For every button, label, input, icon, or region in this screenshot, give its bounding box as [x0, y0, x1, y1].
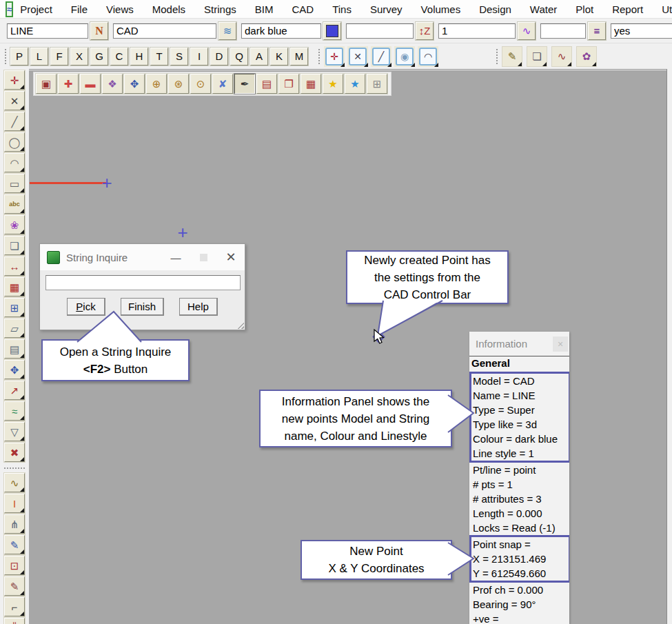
menu-volumes[interactable]: Volumes: [421, 3, 461, 15]
menu-water[interactable]: Water: [530, 3, 557, 15]
cad-wave-icon[interactable]: ∿: [551, 46, 572, 67]
finish-button[interactable]: Finish: [121, 298, 164, 316]
snap-toggle-s[interactable]: S: [170, 48, 188, 66]
snap-toggle-k[interactable]: K: [270, 48, 288, 66]
snap-toggle-q[interactable]: Q: [230, 48, 248, 66]
image-icon[interactable]: ▤: [4, 339, 25, 359]
close-icon[interactable]: ✕: [217, 247, 245, 268]
cancel-redraw-icon[interactable]: ✘: [212, 74, 233, 94]
menu-views[interactable]: Views: [106, 3, 134, 15]
copy-view-icon[interactable]: ❐: [278, 74, 299, 94]
redraw-brush-icon[interactable]: ✒: [234, 74, 255, 94]
model-layers-icon[interactable]: ≋: [218, 22, 236, 40]
menu-strings[interactable]: Strings: [204, 3, 236, 15]
name-picker-icon[interactable]: N: [90, 22, 108, 40]
cad-swirl-icon[interactable]: ✿: [576, 46, 597, 67]
zoom-previous-icon[interactable]: ⊙: [190, 74, 211, 94]
snap-toggle-d[interactable]: D: [210, 48, 228, 66]
pick-button[interactable]: Pick: [67, 298, 105, 316]
create-symbol-icon[interactable]: ❀: [4, 215, 25, 234]
menu-models[interactable]: Models: [152, 3, 185, 15]
shield-icon[interactable]: ▽: [4, 422, 25, 441]
zoom-in-icon[interactable]: ⊕: [146, 74, 167, 94]
linestyle-input[interactable]: [438, 23, 516, 39]
copy-point-icon[interactable]: ❏: [4, 236, 25, 255]
menu-utilities[interactable]: Utilities: [662, 3, 672, 15]
pan-icon[interactable]: ✥: [124, 74, 145, 94]
snap-toggle-x[interactable]: X: [70, 48, 88, 66]
menu-file[interactable]: File: [71, 3, 88, 15]
cad-pencil-icon[interactable]: ✎: [502, 46, 522, 67]
edit-note-icon[interactable]: ✎: [4, 535, 25, 554]
translate-icon[interactable]: ⊡: [4, 556, 25, 575]
create-point-icon[interactable]: ✛: [4, 70, 25, 90]
create-text-icon[interactable]: abc: [4, 194, 25, 214]
snap-intersection-icon[interactable]: ✕: [347, 46, 368, 67]
menu-bim[interactable]: BIM: [255, 3, 274, 15]
line-width-icon[interactable]: ≡: [588, 22, 606, 40]
grid-icon[interactable]: ▦: [4, 277, 25, 296]
snap-line-icon[interactable]: ╱: [371, 46, 391, 67]
menu-tins[interactable]: Tins: [332, 3, 352, 15]
edit-string-icon[interactable]: ✎: [4, 576, 25, 596]
create-rectangle-icon[interactable]: ▭: [4, 174, 25, 193]
view-menu-icon[interactable]: ▣: [36, 74, 57, 94]
add-view-icon[interactable]: ✚: [58, 74, 79, 94]
line-width-input[interactable]: [540, 23, 586, 39]
resize-grip[interactable]: [236, 321, 244, 329]
delete-point-icon[interactable]: ✖: [4, 443, 25, 462]
toolbar-grip[interactable]: [495, 49, 498, 64]
grid-table-icon[interactable]: ▦: [301, 74, 321, 94]
snap-toggle-l[interactable]: L: [30, 48, 48, 66]
help-button[interactable]: Help: [179, 298, 218, 316]
height-input[interactable]: [346, 23, 414, 39]
box-add-icon[interactable]: ⊞: [4, 298, 25, 317]
create-arc-icon[interactable]: ◠: [4, 153, 25, 172]
string-name-input[interactable]: [7, 23, 88, 39]
maximize-icon[interactable]: [190, 247, 217, 268]
polygon-icon[interactable]: ▱: [4, 319, 25, 338]
move-icon[interactable]: ✥: [4, 360, 25, 379]
freehand-icon[interactable]: ∿: [4, 473, 25, 492]
dialog-title-bar[interactable]: String Inquire — ✕: [40, 244, 245, 270]
toolbar-grip[interactable]: [3, 49, 7, 64]
point-move-icon[interactable]: ↗: [4, 381, 25, 400]
zoom-extents-icon[interactable]: ❖: [102, 74, 123, 94]
snap-toggle-g[interactable]: G: [90, 48, 108, 66]
create-circle-icon[interactable]: ◯: [4, 132, 25, 152]
snap-toggle-f[interactable]: F: [50, 48, 68, 66]
favourite-star-yellow-icon[interactable]: ★: [323, 74, 343, 94]
snap-toggle-t[interactable]: T: [150, 48, 168, 66]
snap-toggle-c[interactable]: C: [110, 48, 128, 66]
close-icon[interactable]: ×: [553, 336, 568, 352]
menu-report[interactable]: Report: [612, 3, 643, 15]
snap-toggle-m[interactable]: M: [290, 48, 308, 66]
inquire-input[interactable]: [45, 275, 241, 290]
model-input[interactable]: [113, 23, 216, 39]
intersection-icon[interactable]: ✕: [4, 91, 25, 110]
create-line-icon[interactable]: ╱: [4, 112, 25, 131]
survey-icon[interactable]: ⋔: [4, 514, 25, 534]
snap-arc-icon[interactable]: ◠: [418, 46, 438, 67]
snap-toggle-p[interactable]: P: [10, 48, 28, 66]
snap-toggle-i[interactable]: I: [190, 48, 208, 66]
measure-icon[interactable]: ↔: [4, 256, 25, 276]
print-icon[interactable]: ▤: [256, 74, 277, 94]
snap-point-icon[interactable]: ✛: [324, 46, 345, 67]
tinable-input[interactable]: [611, 23, 672, 39]
zoom-centre-icon[interactable]: ⊛: [168, 74, 189, 94]
remove-view-icon[interactable]: ▬: [80, 74, 101, 94]
tile-windows-icon[interactable]: ⊞: [367, 74, 387, 94]
snap-toggle-a[interactable]: A: [250, 48, 268, 66]
colour-string-icon[interactable]: ≈: [4, 401, 25, 421]
snap-circle-icon[interactable]: ◉: [394, 46, 415, 67]
snap-toggle-h[interactable]: H: [130, 48, 148, 66]
colour-input[interactable]: [241, 23, 321, 39]
rail-icon[interactable]: ╫: [4, 618, 25, 624]
colour-swatch-button[interactable]: [323, 22, 341, 40]
linestyle-icon[interactable]: ∿: [518, 22, 536, 40]
interval-icon[interactable]: I: [4, 494, 25, 513]
menu-project[interactable]: Project: [20, 3, 52, 15]
menu-design[interactable]: Design: [479, 3, 511, 15]
menu-cad[interactable]: CAD: [292, 3, 314, 15]
